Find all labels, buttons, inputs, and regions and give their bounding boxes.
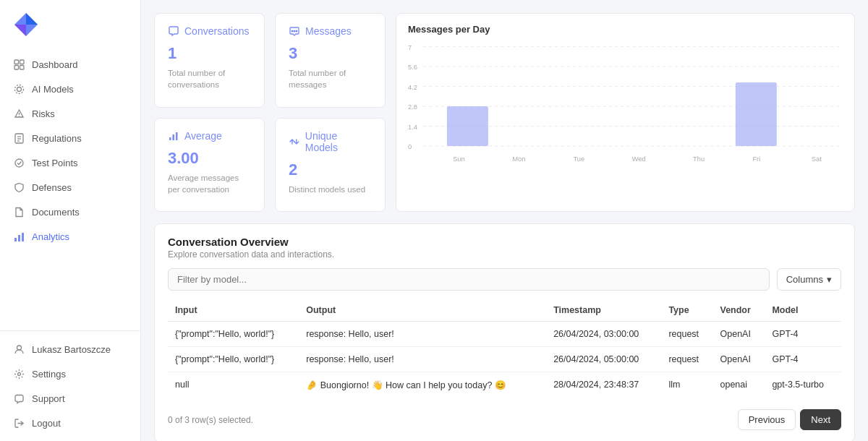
conversations-title: Conversations (168, 25, 251, 37)
svg-text:Fri: Fri (752, 155, 760, 163)
svg-rect-18 (22, 233, 24, 241)
svg-point-19 (17, 346, 21, 350)
pagination: Previous Next (738, 409, 841, 430)
cell-input: null (168, 372, 299, 398)
cell-model: GPT-4 (765, 347, 841, 372)
conversations-card: Conversations 1 Total number of conversa… (154, 13, 265, 108)
unique-models-title: Unique Models (289, 130, 372, 153)
documents-icon (13, 206, 25, 218)
svg-rect-41 (736, 82, 777, 146)
average-title: Average (168, 130, 251, 142)
conversations-icon (168, 25, 179, 37)
svg-point-20 (17, 372, 20, 375)
sidebar-bottom: Lukasz Bartoszcze Settings Support Logou… (0, 330, 140, 441)
svg-text:Sun: Sun (453, 155, 465, 163)
col-type: Type (661, 299, 712, 322)
sidebar-item-support[interactable]: Support (0, 386, 140, 411)
unique-models-icon (289, 136, 300, 147)
cell-timestamp: 26/04/2024, 05:00:00 (546, 347, 661, 372)
support-icon (13, 393, 25, 404)
filter-input[interactable] (168, 268, 770, 291)
table-row[interactable]: {"prompt":"Hello, world!"}response: Hell… (168, 347, 841, 372)
chart-title: Messages per Day (408, 24, 843, 35)
defenses-icon (13, 181, 25, 193)
chevron-down-icon: ▾ (827, 274, 832, 285)
sidebar: Dashboard AI Models Risks Regulations Te… (0, 0, 141, 441)
regulations-icon (13, 132, 25, 144)
overview-header: Conversation Overview Explore conversati… (168, 236, 841, 260)
svg-marker-2 (14, 25, 26, 36)
sidebar-item-risks[interactable]: Risks (0, 101, 140, 126)
cell-vendor: openai (713, 372, 765, 398)
unique-models-card: Unique Models 2 Distinct models used (275, 118, 386, 213)
ai-models-icon (13, 83, 25, 95)
cell-timestamp: 28/04/2024, 23:48:37 (546, 372, 661, 398)
table-row[interactable]: null🤌 Buongiorno! 👋 How can I help you t… (168, 372, 841, 398)
row-count: 0 of 3 row(s) selected. (168, 415, 253, 425)
stat-cards: Conversations 1 Total number of conversa… (154, 13, 386, 212)
col-timestamp: Timestamp (546, 299, 661, 322)
test-points-icon (13, 157, 25, 168)
chart-area: 7 5.6 4.2 2.8 1.4 0 (408, 42, 843, 201)
analytics-icon (13, 231, 25, 242)
sidebar-item-test-points[interactable]: Test Points (0, 150, 140, 175)
user-profile[interactable]: Lukasz Bartoszcze (0, 337, 140, 361)
sidebar-item-logout[interactable]: Logout (0, 411, 140, 435)
col-model: Model (765, 299, 841, 322)
data-table: Input Output Timestamp Type Vendor Model… (168, 299, 841, 398)
svg-text:Sat: Sat (812, 155, 822, 163)
col-vendor: Vendor (713, 299, 765, 322)
sidebar-item-analytics[interactable]: Analytics (0, 224, 140, 249)
cell-output: response: Hello, user! (299, 322, 546, 347)
unique-models-desc: Distinct models used (289, 184, 372, 195)
next-button[interactable]: Next (800, 409, 841, 430)
sidebar-item-documents[interactable]: Documents (0, 200, 140, 224)
overview-card: Conversation Overview Explore conversati… (154, 223, 855, 441)
svg-point-8 (14, 85, 23, 93)
cell-input: {"prompt":"Hello, world!"} (168, 347, 299, 372)
logo-area (0, 0, 140, 49)
col-output: Output (299, 299, 546, 322)
messages-desc: Total number of messages (289, 67, 372, 90)
messages-value: 3 (289, 44, 372, 63)
svg-rect-3 (14, 60, 19, 64)
dashboard-icon (13, 59, 25, 70)
chart-card: Messages per Day 7 5.6 4.2 2.8 1.4 0 (396, 13, 855, 212)
svg-rect-6 (20, 65, 24, 69)
svg-point-22 (292, 30, 294, 33)
sidebar-label-regulations: Regulations (32, 133, 82, 144)
svg-rect-5 (14, 65, 19, 69)
previous-button[interactable]: Previous (738, 409, 796, 430)
chart-svg: 7 5.6 4.2 2.8 1.4 0 (408, 42, 843, 201)
messages-icon (289, 25, 300, 37)
gear-icon (13, 368, 25, 380)
table-row[interactable]: {"prompt":"Hello, world!"}response: Hell… (168, 322, 841, 347)
cell-type: request (661, 322, 712, 347)
svg-text:Wed: Wed (632, 155, 646, 163)
messages-title: Messages (289, 25, 372, 37)
sidebar-item-ai-models[interactable]: AI Models (0, 77, 140, 101)
svg-rect-16 (14, 238, 17, 241)
sidebar-item-settings[interactable]: Settings (0, 361, 140, 386)
filter-row: Columns ▾ (168, 268, 841, 291)
sidebar-label-dashboard: Dashboard (32, 59, 78, 70)
svg-text:0: 0 (408, 142, 412, 150)
main-nav: Dashboard AI Models Risks Regulations Te… (0, 49, 140, 330)
overview-subtitle: Explore conversation data and interactio… (168, 249, 841, 260)
unique-models-value: 2 (289, 160, 372, 179)
svg-rect-17 (18, 235, 20, 241)
sidebar-label-ai-models: AI Models (32, 84, 74, 95)
settings-label: Settings (32, 369, 66, 380)
risks-icon (13, 108, 25, 119)
average-desc: Average messages per conversation (168, 172, 251, 195)
sidebar-item-regulations[interactable]: Regulations (0, 126, 140, 150)
conversations-desc: Total number of conversations (168, 67, 251, 90)
cell-output: 🤌 Buongiorno! 👋 How can I help you today… (299, 372, 546, 398)
overview-title: Conversation Overview (168, 236, 841, 248)
svg-point-7 (17, 87, 21, 91)
sidebar-item-dashboard[interactable]: Dashboard (0, 52, 140, 77)
svg-rect-27 (176, 132, 178, 140)
columns-button[interactable]: Columns ▾ (777, 268, 841, 291)
sidebar-label-documents: Documents (32, 207, 80, 218)
sidebar-item-defenses[interactable]: Defenses (0, 175, 140, 200)
